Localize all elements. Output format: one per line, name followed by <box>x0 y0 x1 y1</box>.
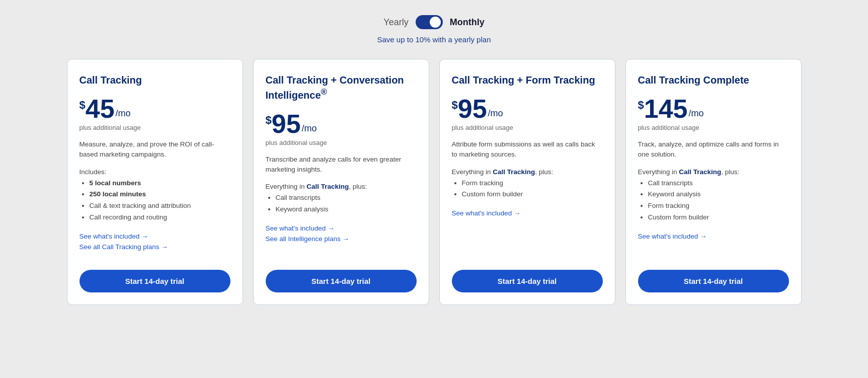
see-whats-included-link-1[interactable]: See what's included → <box>80 233 230 240</box>
trial-button-3[interactable]: Start 14-day trial <box>452 270 603 292</box>
price-amount-1: 45 <box>86 96 115 122</box>
plan-card-form: Call Tracking + Form Tracking $ 95 /mo p… <box>439 59 615 305</box>
features-list-2: Call transcripts Keyword analysis <box>266 193 417 216</box>
plan-card-ci: Call Tracking + Conversation Intelligenc… <box>253 59 429 305</box>
links-section-4: See what's included → <box>638 233 789 251</box>
feature-item: 5 local numbers <box>90 179 230 188</box>
price-row-2: $ 95 /mo <box>266 111 417 137</box>
feature-item: Call & text tracking and attribution <box>90 201 230 211</box>
feature-item: Keyword analysis <box>648 190 789 199</box>
price-row-1: $ 45 /mo <box>80 96 230 122</box>
plan-card-call-tracking: Call Tracking $ 45 /mo plus additional u… <box>67 59 243 305</box>
feature-item: 250 local minutes <box>90 190 230 199</box>
price-dollar-2: $ <box>266 114 272 127</box>
plan-title-complete: Call Tracking Complete <box>638 73 789 87</box>
feature-item: Call recording and routing <box>90 213 230 222</box>
features-list-3: Form tracking Custom form builder <box>452 179 603 202</box>
see-whats-included-link-4[interactable]: See what's included → <box>638 233 789 240</box>
feature-item: Custom form builder <box>648 213 789 222</box>
includes-label-3: Everything in Call Tracking, plus: <box>452 168 603 176</box>
plan-desc-4: Track, analyze, and optimize calls and f… <box>638 139 789 160</box>
feature-item: Custom form builder <box>462 190 603 199</box>
plan-title-form: Call Tracking + Form Tracking <box>452 73 603 87</box>
price-mo-2: /mo <box>302 123 317 134</box>
plans-grid: Call Tracking $ 45 /mo plus additional u… <box>67 59 802 305</box>
price-dollar-4: $ <box>638 99 644 112</box>
see-all-intelligence-link-2[interactable]: See all Intelligence plans → <box>266 235 417 243</box>
plan-desc-3: Attribute form submissions as well as ca… <box>452 139 603 160</box>
price-note-3: plus additional usage <box>452 124 603 131</box>
plan-desc-1: Measure, analyze, and prove the ROI of c… <box>80 139 230 160</box>
includes-label-4: Everything in Call Tracking, plus: <box>638 168 789 176</box>
price-amount-4: 145 <box>644 96 688 122</box>
price-note-4: plus additional usage <box>638 124 789 131</box>
billing-toggle-row: Yearly Monthly <box>383 15 484 29</box>
see-whats-included-link-2[interactable]: See what's included → <box>266 224 417 232</box>
price-row-3: $ 95 /mo <box>452 96 603 122</box>
feature-item: Call transcripts <box>276 193 417 203</box>
yearly-label: Yearly <box>383 17 408 28</box>
see-whats-included-link-3[interactable]: See what's included → <box>452 209 603 217</box>
price-dollar-1: $ <box>80 99 86 112</box>
monthly-label: Monthly <box>450 17 485 28</box>
price-row-4: $ 145 /mo <box>638 96 789 122</box>
save-text: Save up to 10% with a yearly plan <box>377 35 491 44</box>
price-mo-4: /mo <box>689 108 704 119</box>
links-section-2: See what's included → See all Intelligen… <box>266 224 417 254</box>
price-mo-1: /mo <box>116 108 131 119</box>
features-list-4: Call transcripts Keyword analysis Form t… <box>638 179 789 225</box>
price-dollar-3: $ <box>452 99 458 112</box>
trial-button-1[interactable]: Start 14-day trial <box>80 270 230 292</box>
links-section-3: See what's included → <box>452 209 603 228</box>
features-list-1: 5 local numbers 250 local minutes Call &… <box>80 179 230 225</box>
includes-label-1: Includes: <box>80 168 230 176</box>
feature-item: Form tracking <box>648 201 789 211</box>
price-mo-3: /mo <box>488 108 503 119</box>
feature-item: Call transcripts <box>648 179 789 188</box>
includes-label-2: Everything in Call Tracking, plus: <box>266 183 417 190</box>
links-section-1: See what's included → See all Call Track… <box>80 233 230 262</box>
price-amount-3: 95 <box>458 96 487 122</box>
see-all-plans-link-1[interactable]: See all Call Tracking plans → <box>80 243 230 251</box>
plan-desc-2: Transcribe and analyze calls for even gr… <box>266 155 417 175</box>
price-note-1: plus additional usage <box>80 124 230 131</box>
trial-button-2[interactable]: Start 14-day trial <box>266 270 417 292</box>
plan-title-call-tracking: Call Tracking <box>80 73 230 87</box>
billing-toggle[interactable] <box>416 15 443 29</box>
trial-button-4[interactable]: Start 14-day trial <box>638 270 789 292</box>
feature-item: Keyword analysis <box>276 205 417 214</box>
toggle-knob <box>430 17 441 28</box>
plan-card-complete: Call Tracking Complete $ 145 /mo plus ad… <box>625 59 802 305</box>
price-note-2: plus additional usage <box>266 139 417 146</box>
plan-title-ci: Call Tracking + Conversation Intelligenc… <box>266 73 417 102</box>
feature-item: Form tracking <box>462 179 603 188</box>
price-amount-2: 95 <box>272 111 301 137</box>
